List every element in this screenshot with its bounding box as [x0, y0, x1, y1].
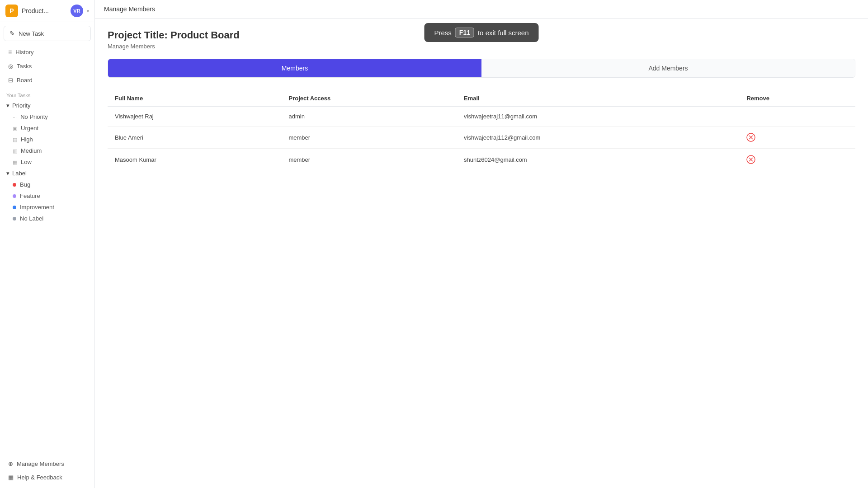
board-icon [8, 77, 13, 84]
tab-add-members[interactable]: Add Members [481, 59, 855, 77]
member-access: admin [281, 107, 457, 127]
no-label-dot [13, 217, 16, 221]
sidebar-item-history[interactable]: History [2, 45, 93, 59]
improvement-dot [13, 206, 16, 209]
urgent-icon [13, 125, 17, 131]
sidebar-item-low[interactable]: Low [0, 156, 94, 168]
new-task-button[interactable]: New Task [4, 26, 91, 41]
bug-dot [13, 183, 16, 187]
sidebar-item-label: Board [17, 77, 33, 84]
sidebar-footer: Manage Members Help & Feedback [0, 453, 94, 488]
col-remove: Remove [739, 90, 855, 107]
sidebar-item-no-label[interactable]: No Label [0, 213, 94, 224]
low-icon [13, 159, 17, 165]
sidebar-item-manage-members[interactable]: Manage Members [2, 457, 93, 470]
new-task-icon [9, 30, 15, 37]
label-collapse-icon: ▾ [6, 170, 9, 177]
sidebar-item-tasks[interactable]: Tasks [2, 60, 93, 73]
table-row: Vishwajeet Rajadminvishwajeetraj11@gmail… [108, 107, 855, 127]
page-subtitle: Manage Members [108, 43, 855, 50]
col-email: Email [457, 90, 739, 107]
priority-item-label: High [21, 136, 33, 143]
member-access: member [281, 127, 457, 149]
priority-item-label: Low [21, 159, 32, 165]
member-email: vishwajeetraj112@gmail.com [457, 127, 739, 149]
priority-item-label: No Priority [20, 113, 48, 120]
col-full-name: Full Name [108, 90, 281, 107]
priority-collapse-icon: ▾ [6, 102, 9, 109]
chevron-down-icon[interactable]: ▾ [87, 9, 89, 14]
history-icon [8, 48, 12, 56]
label-label: Label [12, 170, 27, 177]
sidebar-item-high[interactable]: High [0, 134, 94, 145]
sidebar-footer-label: Manage Members [17, 460, 64, 467]
new-task-label: New Task [19, 30, 44, 37]
member-remove-cell [739, 107, 855, 127]
priority-item-label: Urgent [21, 125, 38, 131]
tasks-icon [8, 63, 13, 70]
table-row: Blue Amerimembervishwajeetraj112@gmail.c… [108, 127, 855, 149]
remove-member-button[interactable] [746, 133, 755, 142]
member-name: Masoom Kumar [108, 149, 281, 171]
app-logo: P [5, 5, 18, 17]
help-icon [8, 474, 14, 481]
topbar-title: Manage Members [104, 5, 155, 13]
sidebar-item-bug[interactable]: Bug [0, 179, 94, 190]
label-item-label: Improvement [20, 204, 54, 211]
sidebar-item-label: History [15, 49, 33, 56]
avatar: VR [71, 5, 83, 17]
member-name: Blue Ameri [108, 127, 281, 149]
f11-key: F11 [455, 28, 474, 38]
f11-suffix: to exit full screen [478, 29, 529, 37]
label-item-label: Bug [20, 181, 30, 188]
priority-group-header[interactable]: ▾ Priority [0, 100, 94, 111]
sidebar-item-label: Tasks [17, 63, 32, 70]
tab-members[interactable]: Members [108, 59, 481, 77]
sidebar-item-feature[interactable]: Feature [0, 190, 94, 202]
app-name: Product... [22, 7, 67, 14]
label-group-header[interactable]: ▾ Label [0, 168, 94, 179]
sidebar-item-urgent[interactable]: Urgent [0, 122, 94, 134]
sidebar-item-board[interactable]: Board [2, 74, 93, 87]
f11-toast: Press F11 to exit full screen [424, 23, 538, 42]
your-tasks-label: Your Tasks [0, 87, 94, 100]
sidebar-item-medium[interactable]: Medium [0, 145, 94, 156]
member-remove-cell [739, 127, 855, 149]
main-content: Manage Members Press F11 to exit full sc… [95, 0, 868, 488]
sidebar-footer-label: Help & Feedback [17, 474, 62, 481]
sidebar-item-improvement[interactable]: Improvement [0, 202, 94, 213]
sidebar-item-no-priority[interactable]: ··· No Priority [0, 111, 94, 122]
member-remove-cell [739, 149, 855, 171]
content-area: Press F11 to exit full screen Project Ti… [95, 19, 868, 488]
tab-bar: Members Add Members [108, 59, 855, 78]
sidebar-item-help-feedback[interactable]: Help & Feedback [2, 471, 93, 484]
sidebar: P Product... VR ▾ New Task History Tasks… [0, 0, 95, 488]
no-priority-icon: ··· [13, 114, 17, 120]
col-project-access: Project Access [281, 90, 457, 107]
member-name: Vishwajeet Raj [108, 107, 281, 127]
priority-item-label: Medium [21, 147, 42, 154]
member-email: vishwajeetraj11@gmail.com [457, 107, 739, 127]
sidebar-header: P Product... VR ▾ [0, 0, 94, 22]
members-table: Full Name Project Access Email Remove Vi… [108, 90, 855, 170]
member-email: shuntz6024@gmail.com [457, 149, 739, 171]
priority-label: Priority [12, 102, 30, 109]
feature-dot [13, 194, 16, 198]
f11-prefix: Press [434, 29, 451, 37]
label-item-label: Feature [20, 192, 40, 199]
member-access: member [281, 149, 457, 171]
remove-member-button[interactable] [746, 155, 755, 164]
table-row: Masoom Kumarmembershuntz6024@gmail.com [108, 149, 855, 171]
label-item-label: No Label [20, 215, 43, 222]
topbar: Manage Members [95, 0, 868, 19]
manage-icon [8, 460, 13, 467]
medium-icon [13, 147, 17, 154]
high-icon [13, 136, 17, 143]
